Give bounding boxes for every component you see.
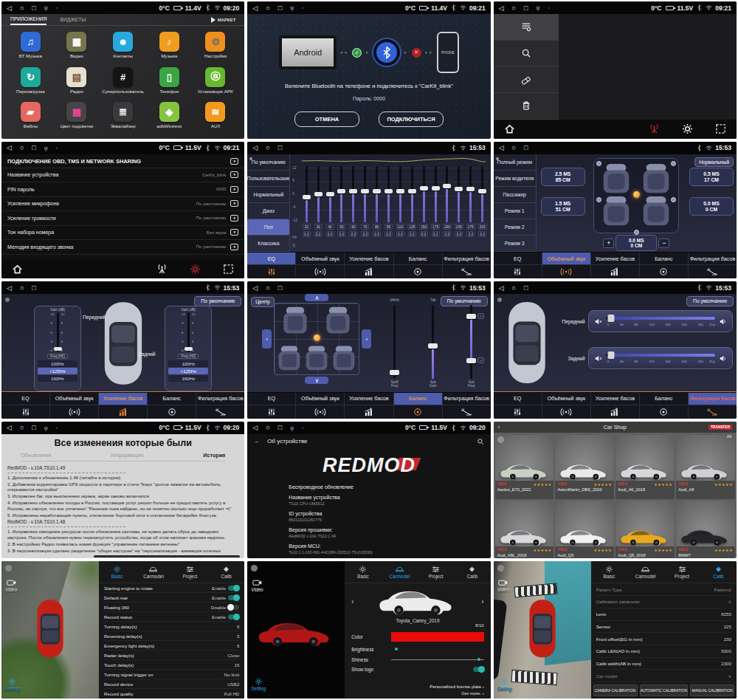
nav-recents-icon[interactable]: □ [278,4,282,12]
cam-tab[interactable]: Basic [345,561,381,583]
nav-home-icon[interactable]: ○ [266,144,269,151]
nav-back-icon[interactable]: ◁ [7,284,12,292]
nav-recents-icon[interactable]: □ [278,144,282,151]
app-icon[interactable]: ▦Видео [54,28,100,63]
front-crossover-slider[interactable]: 04080120160200250 (Гц) [588,310,733,332]
nav-home-icon[interactable]: ○ [20,4,24,12]
video-button[interactable]: Video [251,579,263,592]
cam-tab[interactable]: Carmodel [135,561,171,583]
audio-tab[interactable]: EQ [247,393,295,419]
slider-handle[interactable] [428,343,438,349]
audio-tab[interactable]: Баланс [393,253,442,278]
list-item[interactable]: Поп [247,219,289,236]
dropdown-icon[interactable]: ▼ [230,171,238,178]
home-button[interactable] [12,264,23,275]
rear-crossover-slider[interactable]: 04080120160200250 (Гц) [588,347,733,369]
toggle-switch[interactable] [228,586,239,591]
color-picker[interactable] [391,632,483,642]
listening-position-dot[interactable] [633,191,640,198]
audio-tab[interactable]: Объёмный звук [295,253,344,278]
about-row[interactable]: Беспроводное обновление [289,484,490,490]
nav-recents-icon[interactable]: □ [524,144,528,151]
car-item[interactable]: V30.0★★★★★BMW7 [676,501,735,559]
cam-tab[interactable]: Basic [591,561,627,583]
cam-tab[interactable]: Project [663,561,700,583]
audio-tab[interactable]: EQ [494,393,542,419]
setting-row[interactable]: Тон набора номераБез звука▼ [1,226,244,241]
slider-handle[interactable] [408,189,416,193]
crossover-freq-option[interactable]: 160Hz [38,375,77,382]
crossover-freq-option[interactable]: 100Hz [168,360,208,367]
eq-band-slider[interactable]: 202.2 [300,166,312,252]
next-car-button[interactable]: › [481,597,483,605]
eq-band-slider[interactable]: 2002.2 [441,166,453,252]
setting-row[interactable]: Усиление громкостиПо умолчанию▼ [1,211,244,226]
default-button[interactable]: По умолчанию [194,296,241,306]
app-icon[interactable]: ◈adbWireless [146,97,193,132]
car-item[interactable]: V30.0★★★★★Audi_A6_2018 [615,435,675,499]
settings-button[interactable] [682,123,693,134]
dropdown-icon[interactable]: ▼ [230,186,238,193]
calib-row[interactable]: Sensor225 [596,621,731,634]
cam-setting-row[interactable]: Touch delay(s)15 [104,660,239,670]
slider-handle[interactable] [337,189,345,193]
cam-tab[interactable]: Calib [700,561,737,583]
calibration-button[interactable]: AUTOMATIC CALIBRATION [640,684,688,696]
nav-recents-icon[interactable]: □ [524,284,528,292]
app-icon[interactable]: ↻Перезагрузка [7,63,54,97]
car-item[interactable]: V30.0★★★★★Aeolus_E70_2022 [495,435,554,499]
scrollbar[interactable] [94,555,240,557]
audio-tab[interactable]: Объёмный звук [49,393,98,419]
cam-tab[interactable]: Project [418,561,454,583]
slider-handle[interactable] [349,189,357,193]
setting-row[interactable]: PIN пароль0000▼ [1,182,244,197]
about-row[interactable]: Версия MCU:Ts10.1.1-100-991-A4C689-22051… [289,543,490,555]
calib-row[interactable]: Pattern TypePattern2 [596,583,731,596]
cam-tab[interactable]: Project [172,561,208,583]
slider-handle[interactable] [443,184,451,188]
car-item[interactable]: V30.0★★★★★AstonMartin_DBS_2020 [555,435,614,499]
nav-back-icon[interactable]: ◁ [499,144,504,151]
cam-setting-row[interactable]: Reversing delay(s)5 [104,631,239,641]
toggle-switch[interactable] [228,595,239,600]
about-row[interactable]: ID устройства860110101281776 [289,511,490,522]
setting-row[interactable]: Название устройстваCarKit_blink▼ [1,168,244,183]
nav-recents-icon[interactable]: □ [32,144,35,151]
audio-tab[interactable]: Усиление басов [344,253,393,278]
slider-handle[interactable] [455,187,463,191]
audio-tab[interactable]: EQ [1,393,49,419]
settings-button[interactable] [190,264,201,275]
dropdown-icon[interactable]: ▼ [230,158,238,165]
radio-antenna-button[interactable] [156,264,168,275]
app-icon[interactable]: ♪Музыка [146,28,193,63]
app-icon[interactable]: ⓐУстановщик APK [193,63,239,97]
list-item[interactable]: Режим 3 [494,236,536,252]
speaker-delay-chip[interactable]: 0.5 MS17 CM [689,168,734,186]
audio-tab[interactable]: Баланс [639,393,688,419]
eq-band-slider[interactable]: 502.2 [336,166,348,252]
setting-row[interactable]: Мелодия входящего звонкаПо умолчанию▼ [1,240,244,255]
eq-band-slider[interactable]: 952.2 [383,166,395,252]
market-button[interactable]: МАРКЕТ [211,17,236,23]
speaker-delay-chip[interactable]: 1.5 MS51 CM [541,197,585,216]
eq-band-slider[interactable]: 1102.2 [394,166,406,252]
get-more-link[interactable]: Get more. › [430,691,483,696]
audio-tab[interactable]: Усиление басов [590,393,639,419]
cam-tab[interactable]: Basic [99,561,135,583]
center-button[interactable]: Центр [251,297,274,307]
slider-handle[interactable] [466,314,476,319]
cam-setting-row[interactable]: Record qualityFull HD [104,689,239,699]
changelog-tab[interactable]: История [203,452,225,459]
audio-tab[interactable]: Усиление басов [590,253,639,278]
default-button[interactable]: По умолчанию [686,296,734,306]
list-item[interactable]: По умолчанию [247,154,289,171]
app-icon[interactable]: ⚙Настройки [193,28,239,63]
eq-band-slider[interactable]: 2352.2 [453,166,465,252]
app-icon[interactable]: ▰Файлы [7,97,54,132]
video-button[interactable]: Video [497,579,509,592]
show-logo-toggle[interactable] [473,667,484,672]
back-button[interactable]: ← [254,438,260,445]
screenshot-button[interactable] [223,264,234,275]
arrow-up-button[interactable]: ∧ [305,294,328,301]
back-button[interactable]: ‹ [498,424,500,430]
